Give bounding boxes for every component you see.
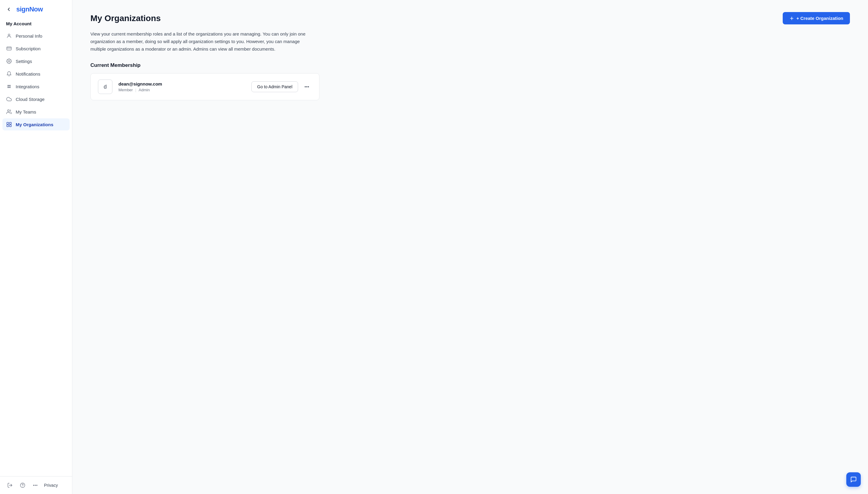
member-roles: Member | Admin [118,88,245,92]
membership-card: d dean@signnow.com Member | Admin Go to … [90,73,319,100]
privacy-link[interactable]: Privacy [44,483,58,488]
cloud-icon [6,96,12,102]
integrations-icon [6,83,12,90]
create-organization-button[interactable]: + Create Organization [783,12,850,24]
nav-label-notifications: Notifications [16,71,40,77]
svg-point-27 [308,87,309,87]
svg-point-26 [307,87,307,87]
more-options-button[interactable] [31,481,39,489]
sidebar-item-subscription[interactable]: Subscription [2,42,70,55]
svg-rect-14 [10,122,12,124]
bell-icon [6,71,12,77]
svg-point-0 [8,34,10,36]
app-logo: signNow [16,5,43,13]
current-membership-title: Current Membership [90,62,850,69]
member-avatar: d [98,79,112,94]
nav-label-subscription: Subscription [16,46,41,51]
member-info: dean@signnow.com Member | Admin [118,81,245,92]
svg-point-3 [8,60,10,62]
page-title: My Organizations [90,14,161,23]
person-icon [6,33,12,39]
svg-point-25 [305,87,306,87]
organizations-icon [6,121,12,128]
nav-label-cloud-storage: Cloud Storage [16,97,44,102]
gear-icon [6,58,12,64]
sidebar-item-settings[interactable]: Settings [2,55,70,67]
svg-rect-16 [10,125,12,127]
role-member: Member [118,88,133,92]
nav-label-personal-info: Personal Info [16,34,42,39]
main-content: My Organizations + Create Organization V… [72,0,868,494]
nav-label-my-organizations: My Organizations [16,122,53,127]
create-org-btn-label: + Create Organization [797,16,843,21]
nav-label-settings: Settings [16,59,32,64]
sidebar-section-title: My Account [0,19,72,30]
sidebar-item-cloud-storage[interactable]: Cloud Storage [2,93,70,105]
role-divider: | [135,88,136,92]
sidebar-item-my-organizations[interactable]: My Organizations [2,118,70,130]
sidebar-item-my-teams[interactable]: My Teams [2,106,70,118]
help-button[interactable] [19,481,26,489]
nav-label-my-teams: My Teams [16,109,36,114]
sidebar-item-personal-info[interactable]: Personal Info [2,30,70,42]
svg-point-21 [35,485,36,486]
teams-icon [6,109,12,115]
member-actions: Go to Admin Panel [251,81,312,92]
svg-point-22 [36,485,37,486]
sidebar-item-integrations[interactable]: Integrations [2,80,70,93]
svg-rect-15 [7,125,9,127]
svg-rect-1 [7,47,12,50]
logout-button[interactable] [6,481,14,489]
go-to-admin-panel-button[interactable]: Go to Admin Panel [251,81,298,92]
page-header: My Organizations + Create Organization [90,12,850,24]
chat-widget[interactable] [846,472,861,487]
member-email: dean@signnow.com [118,81,245,87]
svg-rect-13 [7,122,9,124]
svg-point-20 [34,485,34,486]
membership-more-button[interactable] [302,83,312,91]
svg-point-12 [7,110,10,111]
svg-point-18 [20,483,25,488]
subscription-icon [6,45,12,52]
sidebar-nav: Personal Info Subscription Settings [0,30,72,476]
back-button[interactable] [5,5,13,13]
sidebar-header: signNow [0,0,72,19]
role-admin: Admin [138,88,150,92]
sidebar: signNow My Account Personal Info Subscri… [0,0,72,494]
sidebar-item-notifications[interactable]: Notifications [2,68,70,80]
nav-label-integrations: Integrations [16,84,39,89]
sidebar-footer: Privacy [0,476,72,494]
page-description: View your current membership roles and a… [90,31,308,53]
